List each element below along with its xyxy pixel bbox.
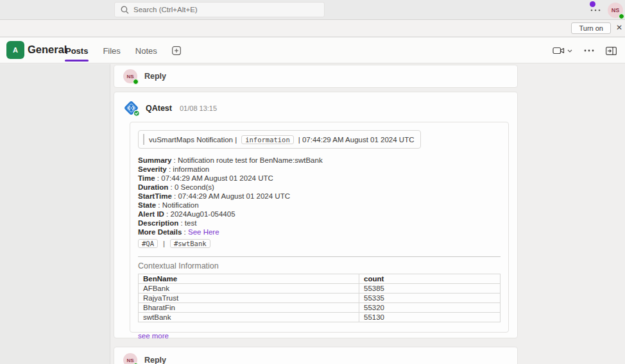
field-label: Alert ID — [138, 210, 164, 218]
field-separator: : — [155, 174, 162, 182]
presence-indicator — [133, 79, 139, 85]
contextual-info-table: BenNamecount AFBank55385RajyaTrust55335B… — [138, 274, 501, 322]
banner-close-icon[interactable]: ✕ — [616, 23, 622, 32]
table-row: swtBank55130 — [139, 313, 501, 322]
field-label: Duration — [138, 183, 168, 191]
left-gutter — [0, 64, 110, 364]
field-label: StartTime — [138, 192, 172, 200]
table-cell: 55385 — [359, 284, 501, 294]
field-value: 2024Aug01-054405 — [171, 210, 235, 218]
table-cell: BharatFin — [139, 303, 359, 313]
field-line: Alert ID : 2024Aug01-054405 — [138, 210, 501, 219]
table-cell: swtBank — [139, 313, 359, 322]
channel-more-options-icon[interactable] — [584, 49, 594, 52]
contextual-info-title: Contextual Information — [138, 261, 501, 270]
add-tab-icon[interactable] — [172, 46, 181, 55]
field-line: Description : test — [138, 219, 501, 228]
table-header-cell: count — [359, 274, 501, 284]
table-cell: 55335 — [359, 294, 501, 303]
severity-badge: information — [241, 135, 294, 144]
field-line: Time : 07:44:29 AM August 01 2024 UTC — [138, 174, 501, 183]
notification-body: vuSmartMaps Notification | information |… — [130, 122, 509, 333]
reply-label: Reply — [144, 72, 166, 81]
meet-button[interactable] — [552, 46, 572, 55]
profile-avatar[interactable]: NS — [608, 3, 623, 18]
field-label: Time — [138, 174, 155, 182]
field-value: 0 Second(s) — [175, 183, 214, 191]
field-value: test — [185, 219, 197, 227]
search-input[interactable] — [133, 6, 318, 13]
reply-label: Reply — [144, 356, 166, 364]
camera-icon — [552, 46, 565, 55]
chevron-down-icon — [567, 49, 572, 53]
table-header-cell: BenName — [139, 274, 359, 284]
field-separator: : — [167, 165, 173, 173]
table-header-row: BenNamecount — [139, 274, 501, 284]
search-box[interactable] — [114, 2, 325, 17]
message-author[interactable]: QAtest — [146, 104, 172, 113]
field-separator: : — [182, 228, 188, 236]
tag-badge: #QA — [138, 239, 158, 248]
notification-title-box: vuSmartMaps Notification | information |… — [138, 130, 421, 149]
field-separator: : — [164, 210, 171, 218]
field-value: 07:44:29 AM August 01 2024 UTC — [178, 192, 290, 200]
channel-header: A General PostsFilesNotes — [0, 38, 625, 63]
turn-on-button[interactable]: Turn on — [571, 22, 611, 34]
tag-badge: #swtBank — [170, 239, 210, 248]
tab-notes[interactable]: Notes — [135, 38, 157, 63]
field-value: information — [173, 165, 209, 173]
field-separator: : — [178, 219, 185, 227]
tab-posts[interactable]: Posts — [65, 38, 88, 63]
notification-title-prefix: vuSmartMaps Notification | — [149, 136, 237, 144]
alert-fields: Summary : Notification route test for Be… — [138, 156, 501, 228]
field-value: 07:44:29 AM August 01 2024 UTC — [161, 174, 273, 182]
top-bar: NS — [0, 0, 625, 20]
reply-avatar-initials: NS — [126, 74, 133, 79]
search-icon — [121, 6, 129, 14]
open-pane-icon[interactable] — [606, 47, 617, 55]
notifications-banner: Turn on ✕ — [0, 21, 625, 37]
field-line: Summary : Notification route test for Be… — [138, 156, 501, 165]
reply-card-bottom: NS Reply — [114, 347, 518, 364]
field-label: State — [138, 201, 156, 209]
see-here-link[interactable]: See Here — [188, 228, 219, 236]
presence-indicator — [619, 13, 624, 19]
more-options-icon[interactable] — [590, 9, 601, 12]
more-details-label: More Details — [138, 228, 182, 236]
field-label: Description — [138, 219, 178, 227]
field-separator: : — [156, 201, 162, 209]
tags-row: #QA|#swtBank — [138, 239, 501, 248]
notification-title-suffix: | 07:44:29 AM August 01 2024 UTC — [298, 136, 415, 144]
table-row: RajyaTrust55335 — [139, 294, 501, 303]
field-value: Notification route test for BenName:swtB… — [178, 156, 323, 164]
quote-bar — [143, 134, 144, 145]
message-card: QAtest 01/08 13:15 vuSmartMaps Notificat… — [114, 92, 518, 338]
field-label: Severity — [138, 165, 167, 173]
see-more-link[interactable]: see more — [138, 332, 169, 340]
field-line: Duration : 0 Second(s) — [138, 183, 501, 192]
team-avatar[interactable]: A — [6, 41, 24, 59]
field-value: Notification — [162, 201, 199, 209]
field-line: State : Notification — [138, 201, 501, 210]
bot-avatar[interactable] — [123, 99, 140, 117]
message-timestamp: 01/08 13:15 — [180, 104, 217, 112]
table-cell: RajyaTrust — [139, 294, 359, 303]
table-cell: 55320 — [359, 303, 501, 313]
reply-button[interactable]: NS Reply — [114, 65, 517, 87]
field-separator: : — [171, 156, 178, 164]
field-label: Summary — [138, 156, 171, 164]
reply-avatar: NS — [123, 353, 137, 364]
reply-button[interactable]: NS Reply — [114, 347, 517, 364]
field-line: Severity : information — [138, 165, 501, 174]
more-details-line: More Details : See Here — [138, 228, 501, 236]
reply-avatar: NS — [123, 69, 137, 83]
table-row: AFBank55385 — [139, 284, 501, 294]
table-cell: 55130 — [359, 313, 501, 322]
reply-avatar-initials: NS — [126, 358, 133, 363]
tab-files[interactable]: Files — [103, 38, 120, 63]
reply-card-top: NS Reply — [114, 65, 518, 88]
field-separator: : — [172, 192, 178, 200]
channel-title: General — [28, 44, 67, 56]
profile-initials: NS — [612, 7, 620, 13]
field-line: StartTime : 07:44:29 AM August 01 2024 U… — [138, 192, 501, 201]
